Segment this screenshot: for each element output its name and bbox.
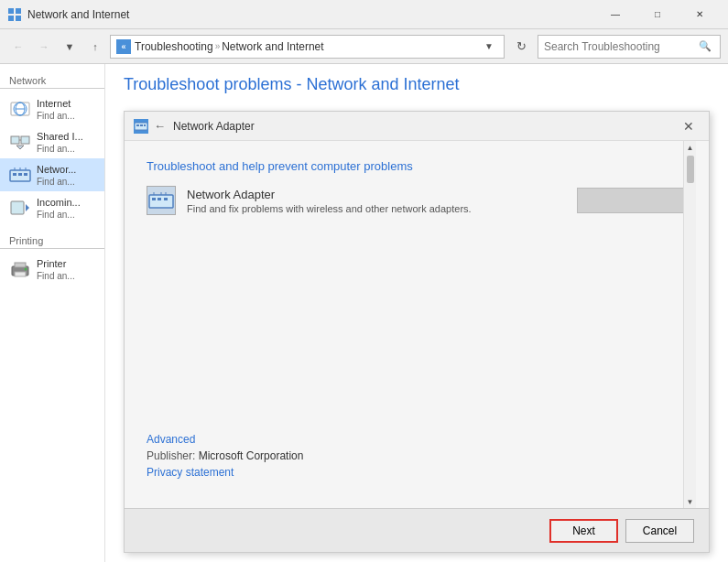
shared-icon (9, 131, 31, 153)
sidebar-item-shared-text: Shared I... Find an... (37, 130, 83, 153)
popup-publisher: Publisher: Microsoft Corporation (147, 449, 687, 462)
svg-rect-32 (164, 198, 168, 200)
troubleshoot-item-icon (147, 186, 176, 215)
window-controls: — □ ✕ (594, 0, 721, 29)
svg-rect-23 (15, 272, 26, 276)
svg-rect-0 (8, 8, 14, 14)
page-header: Troubleshoot problems - Network and Inte… (105, 64, 728, 102)
svg-rect-31 (158, 198, 161, 200)
item-thumbnail (577, 188, 687, 213)
sidebar-item-shared[interactable]: Shared I... Find an... (0, 125, 104, 158)
recent-button[interactable]: ▼ (59, 36, 81, 58)
svg-rect-30 (152, 198, 156, 200)
popup-icon (134, 119, 148, 134)
svg-rect-3 (16, 16, 21, 21)
publisher-name: Microsoft Corporation (199, 449, 304, 462)
right-panel: Troubleshoot problems - Network and Inte… (105, 64, 728, 562)
maximize-button[interactable]: □ (636, 0, 679, 29)
svg-rect-2 (8, 16, 14, 21)
sidebar-item-incoming-text: Incomin... Find an... (37, 196, 81, 219)
svg-rect-13 (13, 173, 16, 176)
svg-point-24 (25, 268, 27, 271)
back-button[interactable]: ← (7, 36, 29, 58)
scroll-down-btn[interactable]: ▼ (684, 495, 697, 508)
search-box[interactable]: 🔍 (538, 35, 721, 59)
network-adapter-icon (9, 164, 31, 186)
sidebar-section-printing: Printing (0, 232, 104, 249)
sidebar-item-internet[interactable]: Internet Find an... (0, 92, 104, 125)
sidebar-section-network: Network (0, 71, 104, 89)
popup-footer-links: Advanced Publisher: Microsoft Corporatio… (147, 433, 687, 482)
privacy-link[interactable]: Privacy statement (147, 466, 687, 479)
popup-title-bar: ← Network Adapter ▲ ▼ ✕ (125, 112, 709, 141)
breadcrumb-network: Network and Internet (222, 40, 323, 53)
svg-rect-22 (15, 263, 26, 267)
refresh-button[interactable]: ↻ (508, 35, 534, 59)
svg-rect-9 (21, 136, 29, 144)
svg-rect-8 (11, 136, 19, 144)
address-icon: « (116, 39, 131, 54)
svg-rect-27 (140, 124, 143, 126)
sidebar-item-incoming[interactable]: Incomin... Find an... (0, 191, 104, 224)
internet-icon (9, 98, 31, 120)
advanced-link[interactable]: Advanced (147, 433, 687, 446)
svg-marker-20 (26, 204, 29, 211)
window-title: Network and Internet (27, 8, 594, 21)
scroll-up-btn[interactable]: ▲ (684, 141, 697, 154)
main-container: Network Internet Find an... (0, 64, 728, 562)
popup-container: ← Network Adapter ▲ ▼ ✕ Troubleshoot and… (105, 102, 728, 562)
sidebar-item-internet-text: Internet Find an... (37, 97, 75, 120)
svg-rect-28 (144, 124, 146, 126)
spacer (147, 224, 687, 433)
forward-button[interactable]: → (33, 36, 55, 58)
popup-window: ← Network Adapter ▲ ▼ ✕ Troubleshoot and… (124, 111, 710, 553)
sidebar: Network Internet Find an... (0, 64, 105, 562)
title-bar: Network and Internet — □ ✕ (0, 0, 728, 29)
troubleshoot-item-title: Network Adapter (187, 188, 566, 201)
minimize-button[interactable]: — (594, 0, 636, 29)
cancel-button[interactable]: Cancel (625, 519, 694, 543)
popup-back-btn[interactable]: ← (154, 119, 166, 133)
troubleshoot-item-desc: Find and fix problems with wireless and … (187, 203, 566, 214)
publisher-label: Publisher: (147, 449, 199, 462)
printer-icon (9, 258, 31, 280)
popup-close-btn[interactable]: ✕ (678, 115, 700, 137)
window-icon (7, 7, 22, 22)
svg-rect-15 (24, 173, 27, 176)
incoming-icon (9, 197, 31, 219)
svg-rect-1 (16, 8, 21, 14)
up-button[interactable]: ↑ (84, 36, 106, 58)
scrollbar[interactable]: ▲ ▼ (683, 141, 696, 508)
sidebar-item-network[interactable]: Networ... Find an... (0, 158, 104, 191)
address-bar: ← → ▼ ↑ « Troubleshooting » Network and … (0, 29, 728, 64)
breadcrumb-sep: » (215, 41, 221, 51)
svg-rect-29 (149, 195, 173, 208)
svg-rect-14 (18, 173, 22, 176)
address-breadcrumb: Troubleshooting » Network and Internet (135, 40, 476, 53)
search-input[interactable] (544, 40, 696, 53)
next-button[interactable]: Next (549, 519, 618, 543)
svg-rect-26 (136, 124, 139, 126)
search-icon[interactable]: 🔍 (696, 38, 714, 56)
popup-action-bar: Next Cancel (125, 508, 709, 552)
address-dropdown-btn[interactable]: ▼ (480, 36, 498, 58)
sidebar-item-printer[interactable]: Printer Find an... (0, 253, 104, 286)
svg-marker-11 (16, 146, 24, 149)
popup-title: Network Adapter (173, 120, 678, 133)
popup-section-title: Troubleshoot and help prevent computer p… (147, 159, 687, 173)
troubleshoot-item[interactable]: Network Adapter Find and fix problems wi… (147, 186, 687, 215)
address-input[interactable]: « Troubleshooting » Network and Internet… (110, 35, 505, 59)
troubleshoot-item-info: Network Adapter Find and fix problems wi… (187, 188, 566, 214)
close-button[interactable]: ✕ (679, 0, 721, 29)
scroll-thumb (687, 156, 694, 183)
sidebar-item-printer-text: Printer Find an... (37, 257, 75, 280)
page-title: Troubleshoot problems - Network and Inte… (124, 75, 710, 94)
svg-rect-19 (11, 201, 24, 214)
breadcrumb-troubleshooting: Troubleshooting (135, 40, 213, 53)
sidebar-item-network-text: Networ... Find an... (37, 163, 76, 186)
popup-body: Troubleshoot and help prevent computer p… (125, 141, 709, 508)
